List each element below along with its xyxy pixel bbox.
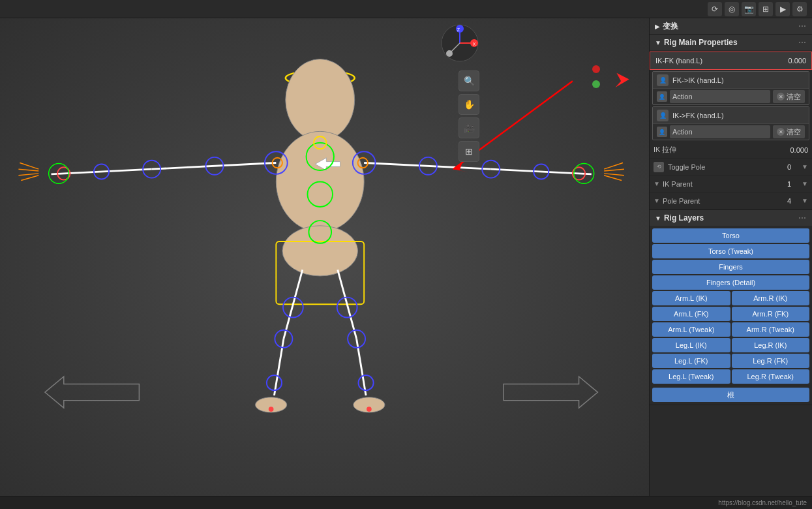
top-toolbar: ⟳ ◎ 📷 ⊞ ▶ ⚙	[0, 0, 812, 18]
layer-leg-r-tweak[interactable]: Leg.R (Tweak)	[732, 369, 810, 384]
toolbar-icon-settings[interactable]: ⚙	[792, 2, 807, 16]
tool-pan[interactable]: ✋	[459, 94, 479, 115]
ik-stretch-row: IK 拉伸 0.000	[650, 142, 812, 159]
ikfk-row: IK-FK (hand.L) 0.000	[650, 52, 812, 70]
url-text: https://blog.csdn.net/hello_tute	[718, 499, 807, 506]
svg-text:X: X	[473, 42, 476, 46]
toolbar-icon-video[interactable]: ▶	[775, 2, 790, 16]
fk-ik-section: 👤 FK->IK (hand.L) 👤 Action ✕ 清空	[652, 71, 809, 105]
pole-parent-row: ▼ Pole Parent 4 ▼	[650, 193, 812, 209]
tool-camera[interactable]: 🎥	[459, 117, 479, 138]
layer-arm-l-tweak[interactable]: Arm.L (Tweak)	[652, 322, 730, 337]
ik-fk-action-row: 👤 Action ✕ 清空	[653, 124, 809, 140]
url-bar: https://blog.csdn.net/hello_tute	[0, 496, 812, 509]
fk-ik-header: 👤 FK->IK (hand.L)	[653, 72, 809, 89]
layer-root[interactable]: 根	[652, 388, 809, 402]
svg-marker-59	[45, 377, 139, 408]
svg-point-46	[267, 375, 282, 390]
layer-arm-l-ik[interactable]: Arm.L (IK)	[652, 291, 730, 305]
fk-ik-clear-label: 清空	[787, 92, 801, 102]
ik-parent-chevron: ▼	[802, 180, 808, 187]
svg-point-52	[269, 407, 274, 412]
transform-arrow: ▶	[655, 23, 660, 30]
svg-line-38	[604, 174, 624, 176]
toolbar-icon-rotate[interactable]: ⟳	[708, 2, 722, 16]
layer-leg-r-fk[interactable]: Leg.R (FK)	[732, 354, 810, 368]
svg-point-49	[359, 375, 374, 390]
rig-layers-arrow: ▼	[655, 215, 661, 222]
transform-header[interactable]: ▶ 变换 ⋯	[650, 18, 812, 34]
layer-arm-r-ik[interactable]: Arm.R (IK)	[732, 291, 810, 305]
viewport-tools: 🔍 ✋ 🎥 ⊞	[459, 70, 479, 162]
svg-line-39	[604, 176, 622, 181]
ik-parent-row: ▼ IK Parent 1 ▼	[650, 176, 812, 193]
viewport[interactable]: Z X 🔍 ✋ 🎥 ⊞	[0, 18, 649, 496]
toggle-pole-chevron: ▼	[802, 163, 808, 170]
fk-ik-clear-x-icon: ✕	[777, 93, 785, 100]
ik-parent-label: IK Parent	[663, 180, 779, 188]
svg-line-34	[18, 174, 38, 176]
ik-fk-clear-x-icon: ✕	[777, 128, 785, 136]
toolbar-icon-camera[interactable]: 📷	[742, 2, 756, 16]
rig-layers-header[interactable]: ▼ Rig Layers ⋯	[650, 210, 812, 226]
dot-red	[592, 65, 600, 73]
ik-fk-header: 👤 IK->FK (hand.L)	[653, 107, 809, 124]
ik-parent-value: 1	[779, 180, 799, 188]
main-area: Z X 🔍 ✋ 🎥 ⊞	[0, 18, 812, 496]
rig-layers-dots: ⋯	[798, 213, 807, 223]
layer-row-leg-ik: Leg.L (IK) Leg.R (IK)	[652, 338, 809, 352]
toggle-pole-icon: ⟲	[654, 162, 664, 172]
rig-layers-section: ▼ Rig Layers ⋯ Torso Torso (Tweak) Finge…	[650, 210, 812, 405]
svg-marker-60	[504, 377, 597, 408]
ikfk-value: 0.000	[788, 57, 806, 65]
ik-stretch-label: IK 拉伸	[654, 145, 779, 155]
mannequin-svg	[0, 18, 649, 496]
layer-torso-tweak[interactable]: Torso (Tweak)	[652, 244, 809, 258]
svg-line-36	[604, 163, 623, 170]
layer-leg-l-tweak[interactable]: Leg.L (Tweak)	[652, 369, 730, 384]
svg-line-35	[21, 176, 38, 181]
rig-layers-title: Rig Layers	[664, 213, 798, 223]
svg-marker-63	[615, 73, 629, 87]
ik-fk-clear-button[interactable]: ✕ 清空	[773, 125, 805, 138]
svg-line-16	[364, 163, 491, 170]
layer-leg-r-ik[interactable]: Leg.R (IK)	[732, 338, 810, 352]
layer-row-arm-fk: Arm.L (FK) Arm.R (FK)	[652, 307, 809, 321]
fk-ik-small-icon: 👤	[657, 91, 667, 102]
layer-arm-l-fk[interactable]: Arm.L (FK)	[652, 307, 730, 321]
fk-ik-clear-button[interactable]: ✕ 清空	[773, 90, 805, 103]
tool-zoom[interactable]: 🔍	[459, 70, 479, 91]
layer-leg-l-ik[interactable]: Leg.L (IK)	[652, 338, 730, 352]
svg-point-9	[286, 59, 355, 141]
layer-row-leg-fk: Leg.L (FK) Leg.R (FK)	[652, 354, 809, 368]
tool-grid[interactable]: ⊞	[459, 141, 479, 162]
svg-line-37	[604, 169, 624, 171]
toolbar-icon-grid[interactable]: ⊞	[759, 2, 773, 16]
toolbar-icon-target[interactable]: ◎	[725, 2, 739, 16]
layer-row-leg-tweak: Leg.L (Tweak) Leg.R (Tweak)	[652, 369, 809, 384]
fk-ik-title: FK->IK (hand.L)	[672, 76, 724, 84]
dot-green	[592, 80, 600, 88]
svg-text:Z: Z	[457, 27, 460, 32]
fk-ik-icon: 👤	[657, 74, 669, 86]
svg-line-17	[491, 169, 592, 174]
ik-fk-action-button[interactable]: Action	[670, 125, 770, 138]
layer-arm-r-tweak[interactable]: Arm.R (Tweak)	[732, 322, 810, 337]
layer-arm-r-fk[interactable]: Arm.R (FK)	[732, 307, 810, 321]
layer-fingers-detail[interactable]: Fingers (Detail)	[652, 275, 809, 290]
layer-fingers[interactable]: Fingers	[652, 260, 809, 274]
svg-line-33	[18, 169, 38, 171]
fk-ik-action-button[interactable]: Action	[670, 90, 770, 103]
app-container: ⟳ ◎ 📷 ⊞ ▶ ⚙	[0, 0, 812, 509]
pole-parent-value: 4	[779, 197, 799, 205]
ik-fk-small-icon: 👤	[657, 127, 667, 137]
rig-layers-content: Torso Torso (Tweak) Fingers Fingers (Det…	[650, 226, 812, 405]
layer-torso[interactable]: Torso	[652, 228, 809, 243]
layer-row-arm-ik: Arm.L (IK) Arm.R (IK)	[652, 291, 809, 305]
layer-leg-l-fk[interactable]: Leg.L (FK)	[652, 354, 730, 368]
ik-stretch-value: 0.000	[779, 146, 808, 154]
rig-main-header[interactable]: ▼ Rig Main Properties ⋯	[650, 35, 812, 50]
ik-fk-icon: 👤	[657, 110, 669, 121]
ik-fk-title: IK->FK (hand.L)	[672, 112, 724, 119]
svg-point-53	[367, 407, 372, 412]
